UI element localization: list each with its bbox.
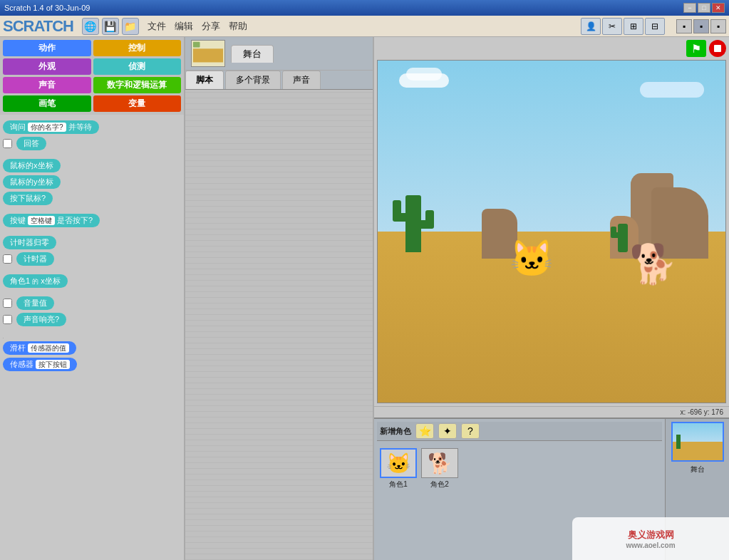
tab-backgrounds[interactable]: 多个背景 (225, 71, 281, 89)
cactus-main (405, 195, 421, 252)
stage-canvas: 🐱 🐕 (377, 60, 726, 403)
stage-area: ⚑ (374, 37, 729, 406)
block-mouse-y: 鼠标的y坐标 (3, 175, 181, 189)
menu-items: 文件 编辑 分享 帮助 (148, 20, 247, 33)
scripts-panel: 舞台 脚本 多个背景 声音 (185, 37, 374, 560)
block-key-press: 按键 空格键 是否按下? (3, 214, 181, 227)
mouse-y-block[interactable]: 鼠标的y坐标 (3, 175, 61, 189)
mouse-down-block[interactable]: 按下鼠标? (3, 192, 53, 205)
category-looks[interactable]: 外观 (3, 58, 91, 75)
dog-sprite[interactable]: 🐕 (629, 242, 677, 286)
menu-file[interactable]: 文件 (148, 20, 166, 33)
blocks-panel: 动作 控制 外观 侦测 声音 数字和逻辑运算 画笔 变量 询问 你的名字? 并等… (0, 37, 185, 560)
loud-block[interactable]: 声音响亮? (16, 313, 66, 326)
block-mouse-down: 按下鼠标? (3, 192, 181, 205)
right-panel: ⚑ (374, 37, 729, 560)
timer-block[interactable]: 计时器 (16, 252, 54, 266)
category-variables[interactable]: 变量 (93, 95, 182, 112)
shrink-icon[interactable]: ⊟ (645, 18, 665, 35)
small-stage-btn[interactable]: ▪ (676, 19, 692, 33)
new-sprite-label: 新增角色 (380, 426, 411, 437)
block-sensor: 传感器 按下按钮 (3, 358, 181, 371)
tab-sounds[interactable]: 声音 (282, 71, 321, 89)
category-sound[interactable]: 声音 (3, 77, 91, 93)
watermark-site: 奥义游戏网 (626, 529, 675, 541)
cactus-arm-left (393, 213, 405, 222)
category-motion[interactable]: 动作 (3, 40, 91, 56)
cloud3 (640, 82, 704, 98)
stage-toolbar: ⚑ (377, 40, 726, 57)
svg-rect-2 (193, 48, 223, 62)
category-control[interactable]: 控制 (93, 40, 182, 56)
toolbar-right: 👤 ✂ ⊞ ⊟ ▪ ▪ ▪ (581, 18, 726, 35)
stop-button[interactable] (709, 40, 726, 57)
loud-checkbox[interactable] (3, 315, 12, 324)
stage-thumbnail[interactable] (671, 422, 724, 462)
watermark: 奥义游戏网 www.aoel.com (572, 517, 729, 560)
category-operators[interactable]: 数字和逻辑运算 (93, 77, 182, 93)
normal-stage-btn[interactable]: ▪ (693, 19, 709, 33)
category-sensing[interactable]: 侦测 (93, 58, 182, 75)
block-volume: 音量值 (3, 296, 181, 310)
block-slider: 滑杆 传感器的值 (3, 341, 181, 355)
block-ask: 询问 你的名字? 并等待 (3, 120, 181, 134)
timer-reset-block[interactable]: 计时器归零 (3, 236, 56, 249)
category-pen[interactable]: 画笔 (3, 95, 91, 112)
menu-edit[interactable]: 编辑 (175, 20, 193, 33)
titlebar: Scratch 1.4 of 30-Jun-09 − □ ✕ (0, 0, 729, 16)
ask-block[interactable]: 询问 你的名字? 并等待 (3, 120, 99, 134)
cactus-arm-right (421, 220, 434, 229)
save-icon[interactable]: 💾 (102, 18, 119, 35)
cactus (405, 195, 421, 252)
menubar: SCRATCH 🌐 💾 📁 文件 编辑 分享 帮助 👤 ✂ ⊞ ⊟ ▪ ▪ ▪ (0, 16, 729, 37)
volume-block[interactable]: 音量值 (16, 296, 54, 310)
sprite-name-dog: 角色2 (430, 479, 449, 489)
timer-checkbox[interactable] (3, 254, 12, 264)
green-flag-button[interactable]: ⚑ (686, 40, 706, 57)
minimize-button[interactable]: − (683, 3, 696, 13)
duplicate-icon[interactable]: 👤 (581, 18, 601, 35)
sprite-thumb-cat[interactable]: 🐱 (380, 448, 417, 478)
star-sprite-btn[interactable]: ✦ (438, 423, 457, 439)
block-timer: 计时器 (3, 252, 181, 266)
grow-icon[interactable]: ⊞ (624, 18, 643, 35)
answer-block[interactable]: 回答 (16, 137, 46, 150)
key-press-block[interactable]: 按键 空格键 是否按下? (3, 214, 100, 227)
paint-sprite-btn[interactable]: ⭐ (415, 423, 434, 439)
sprite-name-tab[interactable]: 舞台 (231, 45, 274, 63)
answer-checkbox[interactable] (3, 139, 12, 148)
cat-sprite[interactable]: 🐱 (510, 238, 554, 279)
sprite-x-block[interactable]: 角色1 的 x坐标 (3, 274, 68, 288)
menu-help[interactable]: 帮助 (229, 20, 247, 33)
svg-rect-1 (193, 42, 200, 48)
menubar-icons: 🌐 💾 📁 (82, 18, 139, 35)
block-sprite-x: 角色1 的 x坐标 (3, 274, 181, 288)
menu-share[interactable]: 分享 (202, 20, 220, 33)
cloud2 (406, 68, 442, 81)
mouse-x-block[interactable]: 鼠标的x坐标 (3, 159, 61, 172)
scratch-logo: SCRATCH (3, 17, 73, 36)
slider-block[interactable]: 滑杆 传感器的值 (3, 341, 76, 355)
globe-icon[interactable]: 🌐 (82, 18, 99, 35)
sensor-block[interactable]: 传感器 按下按钮 (3, 358, 77, 371)
scripts-area[interactable] (185, 90, 373, 560)
volume-checkbox[interactable] (3, 299, 12, 308)
watermark-url: www.aoel.com (626, 541, 675, 549)
sprite-thumb-dog[interactable]: 🐕 (421, 448, 458, 478)
delete-icon[interactable]: ✂ (602, 18, 622, 35)
window-controls: − □ ✕ (683, 3, 725, 13)
tab-scripts[interactable]: 脚本 (185, 71, 224, 89)
close-button[interactable]: ✕ (712, 3, 725, 13)
large-stage-btn[interactable]: ▪ (710, 19, 726, 33)
sprites-toolbar: 新增角色 ⭐ ✦ ? (377, 422, 662, 441)
sprite-name-cat: 角色1 (389, 479, 408, 489)
sprite-item-cat[interactable]: 🐱 角色1 (380, 448, 417, 489)
maximize-button[interactable]: □ (698, 3, 710, 13)
help-sprite-btn[interactable]: ? (461, 423, 480, 439)
folder-icon[interactable]: 📁 (122, 18, 139, 35)
small-cactus (618, 224, 628, 252)
sprite-item-dog[interactable]: 🐕 角色2 (421, 448, 458, 489)
stage-thumb-cactus (676, 435, 681, 449)
coords-text: x: -696 y: 176 (680, 408, 723, 416)
sprite-thumbnail (191, 40, 225, 67)
